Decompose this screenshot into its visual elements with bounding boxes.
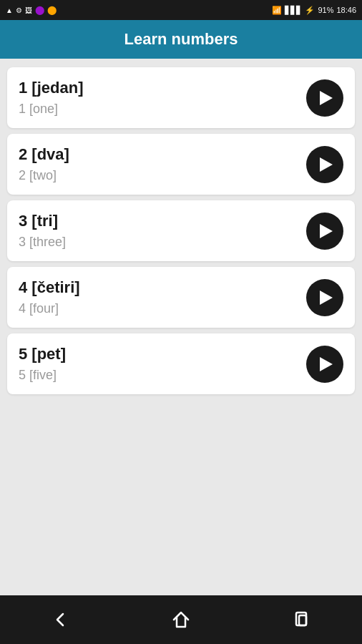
- card-2-secondary: 2 [two]: [19, 168, 69, 183]
- card-3-secondary: 3 [three]: [19, 235, 66, 250]
- play-icon-4: [320, 291, 333, 305]
- wifi-icon: 📶: [272, 6, 282, 15]
- card-5-text: 5 [pet] 5 [five]: [19, 345, 66, 383]
- card-2-primary: 2 [dva]: [19, 145, 69, 164]
- recents-button[interactable]: [280, 604, 323, 635]
- status-bar: ▲ ⚙ 🖼 ⬤ ⬤ 📶 ▋▋▋ ⚡ 91% 18:46: [0, 0, 362, 20]
- circle-icon: ⬤: [35, 5, 44, 15]
- card-4-secondary: 4 [four]: [19, 301, 80, 316]
- play-icon-5: [320, 357, 333, 371]
- card-3-primary: 3 [tri]: [19, 212, 66, 230]
- bottom-navigation: [0, 595, 362, 644]
- status-bar-right: 📶 ▋▋▋ ⚡ 91% 18:46: [272, 6, 356, 15]
- play-button-1[interactable]: [306, 79, 343, 117]
- home-icon: [171, 610, 191, 630]
- battery-level: 91%: [318, 6, 333, 14]
- svg-rect-1: [299, 615, 306, 625]
- play-icon-2: [320, 157, 333, 172]
- card-5-primary: 5 [pet]: [19, 345, 66, 364]
- card-1-text: 1 [jedan] 1 [one]: [19, 79, 83, 117]
- play-button-4[interactable]: [306, 279, 343, 316]
- number-card-1: 1 [jedan] 1 [one]: [7, 67, 355, 128]
- time-display: 18:46: [336, 6, 356, 14]
- image-icon: 🖼: [25, 6, 32, 14]
- usb-icon: ⚙: [16, 6, 22, 14]
- back-button[interactable]: [39, 604, 82, 635]
- card-4-primary: 4 [četiri]: [19, 278, 80, 297]
- number-card-3: 3 [tri] 3 [three]: [7, 200, 355, 261]
- app-header: Learn numbers: [0, 20, 362, 59]
- play-button-2[interactable]: [306, 146, 343, 183]
- back-icon: [50, 610, 70, 630]
- page-title: Learn numbers: [124, 30, 238, 49]
- card-1-secondary: 1 [one]: [19, 102, 83, 117]
- recents-icon: [292, 610, 312, 630]
- card-5-secondary: 5 [five]: [19, 368, 66, 383]
- play-button-3[interactable]: [306, 213, 343, 250]
- battery-icon: ⚡: [305, 6, 315, 15]
- signal-icon: ▋▋▋: [285, 6, 302, 15]
- svg-rect-0: [296, 613, 306, 625]
- card-2-text: 2 [dva] 2 [two]: [19, 145, 69, 183]
- card-3-text: 3 [tri] 3 [three]: [19, 212, 66, 250]
- number-card-5: 5 [pet] 5 [five]: [7, 333, 355, 394]
- card-4-text: 4 [četiri] 4 [four]: [19, 278, 80, 316]
- play-icon-1: [320, 91, 333, 105]
- status-bar-left: ▲ ⚙ 🖼 ⬤ ⬤: [6, 5, 57, 15]
- play-icon-3: [320, 224, 333, 238]
- numbers-list: 1 [jedan] 1 [one] 2 [dva] 2 [two] 3 [tri…: [0, 59, 362, 595]
- home-button[interactable]: [160, 604, 202, 635]
- orange-icon: ⬤: [47, 5, 57, 15]
- number-card-4: 4 [četiri] 4 [four]: [7, 267, 355, 328]
- notification-icon: ▲: [6, 6, 13, 14]
- card-1-primary: 1 [jedan]: [19, 79, 83, 97]
- number-card-2: 2 [dva] 2 [two]: [7, 134, 355, 195]
- play-button-5[interactable]: [306, 346, 343, 383]
